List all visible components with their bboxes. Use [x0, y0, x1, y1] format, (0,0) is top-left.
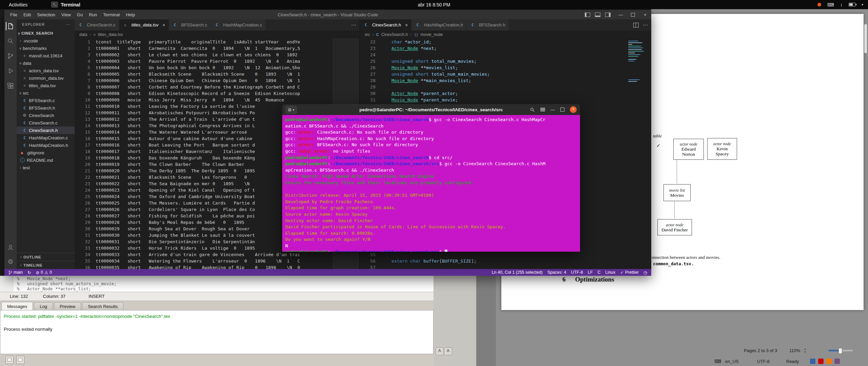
- tree-item-readme-md[interactable]: iREADME.md: [17, 156, 75, 164]
- editor-tab-bfssearch-h[interactable]: CBFSSearch.h: [467, 19, 509, 31]
- panel-tab-log[interactable]: Log: [34, 302, 53, 310]
- tree-item-bfssearch-h[interactable]: CBFSSearch.h: [17, 104, 75, 112]
- status-item-linux[interactable]: Linux: [605, 270, 615, 275]
- tree-item-cinexsearch-h[interactable]: CCinexSearch.h: [17, 127, 75, 134]
- search-icon[interactable]: [6, 37, 15, 45]
- zoom-in-button[interactable]: A: [436, 347, 444, 355]
- explorer-actions-icon[interactable]: ⋯: [66, 22, 71, 27]
- menu-file[interactable]: File: [7, 12, 20, 17]
- status-icon-blue[interactable]: [810, 359, 815, 364]
- tree-item-benchmarks[interactable]: ∨benchmarks: [17, 44, 75, 52]
- tree-item-hashmapcreation-c[interactable]: CHashMapCreation.c: [17, 134, 75, 141]
- close-button[interactable]: ×: [639, 10, 651, 19]
- explorer-icon[interactable]: [6, 22, 15, 30]
- close-tab-icon[interactable]: ×: [405, 22, 408, 28]
- account-icon[interactable]: [6, 243, 15, 251]
- run-debug-icon[interactable]: [6, 67, 15, 75]
- clock[interactable]: abr 16 8:50 PM: [418, 2, 450, 7]
- editor-tab-hashmapcreation-c[interactable]: CHashMapCreation.c: [211, 19, 266, 31]
- minimize-button[interactable]: —: [615, 10, 627, 19]
- breadcrumb[interactable]: src›CCinexSearch.h›{}movie_node: [360, 31, 651, 39]
- maximize-button[interactable]: [560, 108, 564, 112]
- terminal-output[interactable]: pedro@SalanderPC:~/Documents/Tecnico/IAE…: [282, 115, 580, 252]
- system-tray[interactable]: ⌨ ↕ ▾: [817, 2, 863, 7]
- activities-button[interactable]: Activities: [9, 2, 27, 7]
- more-actions-icon[interactable]: ⋯: [351, 22, 356, 28]
- minimize-button[interactable]: —: [551, 107, 555, 112]
- problems-indicator[interactable]: ⊘ 0 ⚠ 0: [36, 270, 52, 275]
- terminal-title-bar[interactable]: ⊞ ▾ pedro@SalanderPC: ~/Documents/Tecnic…: [282, 104, 580, 115]
- vscode-title-bar[interactable]: FileEditSelectionViewGoRunTerminalHelp C…: [4, 10, 651, 19]
- minimap[interactable]: [627, 39, 651, 269]
- breadcrumb-item[interactable]: CinexSearch.h: [381, 32, 408, 37]
- menu-edit[interactable]: Edit: [20, 12, 34, 17]
- breadcrumb-item[interactable]: data: [79, 32, 87, 37]
- breadcrumb-item[interactable]: titles_data.tsv: [98, 32, 123, 37]
- status-icon-violet[interactable]: [834, 359, 840, 364]
- menu-icon[interactable]: [540, 108, 545, 111]
- latex-editor[interactable]: % Movie_Node *next;% unsigned short num_…: [0, 276, 433, 292]
- focused-app-menu[interactable]: >_ Terminal: [51, 2, 80, 7]
- tree-item-common-data-tsv[interactable]: ≡common_data.tsv: [17, 74, 75, 82]
- status-item-utf-8[interactable]: UTF-8: [571, 270, 583, 275]
- editor-tab-cinexsearch-h[interactable]: CCinexSearch.h×: [360, 19, 411, 31]
- menu-terminal[interactable]: Terminal: [100, 12, 123, 17]
- zoom-slider[interactable]: [828, 350, 853, 351]
- tree-item-titles-data-tsv[interactable]: ≡titles_data.tsv: [17, 82, 75, 89]
- section-timeline[interactable]: ›TIMELINE: [17, 261, 75, 269]
- menu-view[interactable]: View: [58, 12, 74, 17]
- zoom-stepper[interactable]: ▲▼: [804, 347, 806, 353]
- breadcrumb[interactable]: data›≡titles_data.tsv: [75, 31, 360, 39]
- tree-item-actors-data-tsv[interactable]: ≡actors_data.tsv: [17, 67, 75, 74]
- status-item-spaces-4[interactable]: Spaces: 4: [547, 270, 566, 275]
- close-tab-icon[interactable]: ×: [162, 22, 165, 28]
- panel-tab-preview[interactable]: Preview: [54, 302, 81, 310]
- editor-tab-titles-data-tsv[interactable]: ≡titles_data.tsv×: [119, 19, 169, 31]
- toggle-secondary-sidebar-icon[interactable]: [605, 13, 611, 17]
- breadcrumb-item[interactable]: src: [365, 32, 370, 37]
- editor-tab-hashmapcreation-h[interactable]: CHashMapCreation.h: [411, 19, 467, 31]
- tree-item-cinexsearch[interactable]: ⚙CinexSearch: [17, 112, 75, 119]
- status-item-ln-40-col-1-255-selected-[interactable]: Ln 40, Col 1 (255 selected): [492, 270, 543, 275]
- tree-item-bfssearch-c[interactable]: CBFSSearch.c: [17, 97, 75, 104]
- workspace-root-row[interactable]: ∨ CINEX_SEARCH: [17, 30, 75, 37]
- toggle-panel-icon[interactable]: [595, 13, 600, 17]
- status-item-prettier[interactable]: ✓Prettier: [620, 270, 639, 275]
- maximize-button[interactable]: [627, 10, 639, 19]
- panel-tab-search-results[interactable]: Search Results: [82, 302, 123, 310]
- zoom-out-button[interactable]: A: [444, 347, 452, 355]
- panel-tab-messages[interactable]: Messages: [1, 302, 33, 310]
- tree-item--gitignore[interactable]: ◆.gitignore: [17, 149, 75, 156]
- encoding-indicator[interactable]: UTF-8: [757, 359, 770, 364]
- editor-tab-bfssearch-c[interactable]: CBFSSearch.c: [169, 19, 211, 31]
- gear-icon[interactable]: ⚙: [6, 257, 15, 266]
- tree-item-src[interactable]: ∨src: [17, 89, 75, 97]
- source-control-icon[interactable]: [6, 52, 15, 60]
- tree-item-test[interactable]: ›test: [17, 164, 75, 171]
- tree-item-hashmapcreation-h[interactable]: CHashMapCreation.h: [17, 141, 75, 149]
- status-item-c[interactable]: C: [597, 270, 600, 275]
- menu-selection[interactable]: Selection: [34, 12, 58, 17]
- tree-item-massif-out-10614[interactable]: ≡massif.out.10614: [17, 52, 75, 59]
- menu-go[interactable]: Go: [74, 12, 86, 17]
- more-actions-icon[interactable]: ⋯: [643, 22, 648, 28]
- window-icon[interactable]: [5, 356, 14, 364]
- tree-item--vscode[interactable]: ›.vscode: [17, 37, 75, 44]
- breadcrumb-item[interactable]: movie_node: [421, 32, 443, 37]
- messages-panel[interactable]: Process started: pdflatex -synctex=1 -in…: [0, 310, 433, 354]
- split-editor-icon[interactable]: [633, 23, 639, 27]
- section-outline[interactable]: ›OUTLINE: [17, 253, 75, 261]
- menu-run[interactable]: Run: [86, 12, 100, 17]
- menu-help[interactable]: Help: [123, 12, 138, 17]
- language-indicator[interactable]: en_US: [725, 359, 739, 364]
- new-tab-button[interactable]: ⊞ ▾: [286, 106, 297, 114]
- status-item-lf[interactable]: LF: [588, 270, 593, 275]
- zoom-slider-handle[interactable]: [838, 348, 842, 354]
- status-icon-orange[interactable]: [826, 359, 832, 364]
- window-icon[interactable]: [16, 356, 24, 364]
- bell-icon[interactable]: ◷: [643, 270, 647, 275]
- editor-tab-cinexsearch-c[interactable]: CCinexSearch.c: [75, 19, 119, 31]
- sync-indicator[interactable]: ↻: [27, 270, 31, 275]
- search-icon[interactable]: [530, 107, 535, 112]
- pdf-scrollbar[interactable]: [864, 24, 867, 53]
